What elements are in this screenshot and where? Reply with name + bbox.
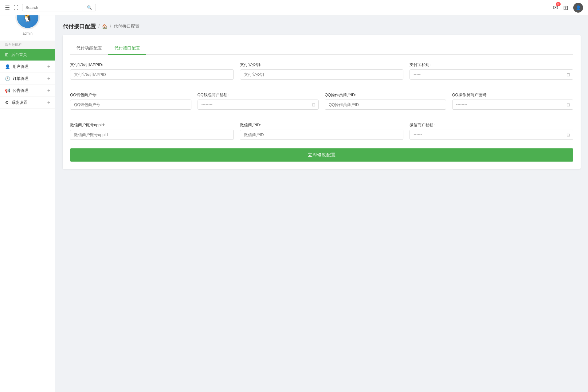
alipay-privkey-label: 支付宝私钥: xyxy=(410,62,573,68)
alipay-pubkey-group: 支付宝公钥: xyxy=(240,62,404,80)
sidebar-item-home-label: 后台首页 xyxy=(11,52,27,57)
wechat-section: 微信商户账号appid: 微信商户ID: 微信商户秘钥: ⊟ xyxy=(70,122,573,140)
sidebar-item-order[interactable]: 🕐 订单管理 + xyxy=(0,73,55,85)
qq-op-merchant-input[interactable] xyxy=(325,100,446,110)
wx-secret-label: 微信商户秘钥: xyxy=(410,122,573,128)
qq-secret-group: QQ钱包商户秘钥: ⊟ xyxy=(198,92,319,110)
settings-icon: ⚙ xyxy=(5,100,9,105)
sidebar-item-settings-left: ⚙ 系统设置 xyxy=(5,100,27,105)
qq-op-password-group: QQ操作员商户密码: ⊟ xyxy=(452,92,574,110)
wx-merchant-id-input[interactable] xyxy=(240,130,404,140)
tab-interface[interactable]: 代付接口配置 xyxy=(108,42,146,55)
topbar-left: ☰ ⛶ 🔍 xyxy=(5,4,96,11)
qq-merchant-wrapper xyxy=(70,100,191,110)
sidebar-item-notice[interactable]: 📢 公告管理 + xyxy=(0,85,55,97)
qq-row: QQ钱包商户号: QQ钱包商户秘钥: ⊟ QQ操作员商户ID: xyxy=(70,92,573,110)
qq-op-password-label: QQ操作员商户密码: xyxy=(452,92,574,98)
alipay-row: 支付宝应用APPID: 支付宝公钥: 支付宝私钥: ⊟ xyxy=(70,62,573,80)
tabs: 代付功能配置 代付接口配置 xyxy=(70,42,573,55)
notification-btn[interactable]: ✉ 0 xyxy=(553,4,558,11)
sidebar-item-settings-label: 系统设置 xyxy=(11,100,27,105)
sidebar-nav: ⊞ 后台首页 👤 用户管理 + 🕐 订单管理 + 📢 公告管理 + xyxy=(0,49,55,109)
avatar-icon: 👤 xyxy=(576,5,581,10)
qq-op-merchant-wrapper xyxy=(325,100,446,110)
qq-merchant-label: QQ钱包商户号: xyxy=(70,92,191,98)
divider-2 xyxy=(70,116,573,116)
alipay-privkey-input[interactable] xyxy=(410,69,573,80)
qq-merchant-input[interactable] xyxy=(70,100,191,110)
breadcrumb-sep2: / xyxy=(110,24,111,29)
sidebar-item-user[interactable]: 👤 用户管理 + xyxy=(0,61,55,73)
sidebar-item-notice-left: 📢 公告管理 xyxy=(5,88,29,93)
alipay-pubkey-label: 支付宝公钥: xyxy=(240,62,404,68)
qq-op-password-input[interactable] xyxy=(452,100,574,110)
topbar: ☰ ⛶ 🔍 ✉ 0 ⊞ 👤 xyxy=(0,0,588,15)
qq-op-merchant-group: QQ操作员商户ID: xyxy=(325,92,446,110)
wx-merchant-id-group: 微信商户ID: xyxy=(240,122,404,140)
settings-plus-icon: + xyxy=(47,100,50,105)
qq-secret-eye-icon[interactable]: ⊟ xyxy=(312,102,316,107)
sidebar-item-order-label: 订单管理 xyxy=(13,76,29,81)
wx-appid-label: 微信商户账号appid: xyxy=(70,122,234,128)
qq-op-password-eye-icon[interactable]: ⊟ xyxy=(566,102,570,107)
submit-button[interactable]: 立即修改配置 xyxy=(70,148,573,162)
page-title: 代付接口配置 xyxy=(63,23,96,30)
sidebar-username: admin xyxy=(22,31,33,36)
alipay-privkey-group: 支付宝私钥: ⊟ xyxy=(410,62,573,80)
sidebar-item-home[interactable]: ⊞ 后台首页 xyxy=(0,49,55,61)
qq-op-password-wrapper: ⊟ xyxy=(452,100,574,110)
sidebar-nav-label: 后台导航栏 xyxy=(0,41,55,49)
wx-merchant-id-label: 微信商户ID: xyxy=(240,122,404,128)
qq-secret-label: QQ钱包商户秘钥: xyxy=(198,92,319,98)
tab-function[interactable]: 代付功能配置 xyxy=(70,42,108,55)
breadcrumb-home-icon[interactable]: 🏠 xyxy=(102,24,107,29)
order-plus-icon: + xyxy=(47,76,50,81)
order-icon: 🕐 xyxy=(5,76,10,81)
wx-secret-eye-icon[interactable]: ⊟ xyxy=(566,132,570,137)
alipay-section: 支付宝应用APPID: 支付宝公钥: 支付宝私钥: ⊟ xyxy=(70,62,573,80)
menu-icon[interactable]: ☰ xyxy=(5,4,10,11)
notice-icon: 📢 xyxy=(5,88,10,93)
wechat-row: 微信商户账号appid: 微信商户ID: 微信商户秘钥: ⊟ xyxy=(70,122,573,140)
sidebar-item-notice-label: 公告管理 xyxy=(13,88,29,93)
sidebar-item-user-label: 用户管理 xyxy=(13,64,29,69)
user-icon: 👤 xyxy=(5,64,10,69)
alipay-pubkey-input[interactable] xyxy=(240,69,404,80)
alipay-appid-input[interactable] xyxy=(70,69,234,80)
expand-icon[interactable]: ⛶ xyxy=(14,5,18,10)
qq-secret-input[interactable] xyxy=(198,100,319,110)
user-plus-icon: + xyxy=(47,64,50,69)
search-input[interactable] xyxy=(25,5,87,10)
home-icon: ⊞ xyxy=(5,52,9,57)
alipay-appid-label: 支付宝应用APPID: xyxy=(70,62,234,68)
alipay-appid-wrapper xyxy=(70,69,234,80)
sidebar-item-user-left: 👤 用户管理 xyxy=(5,64,29,69)
divider-1 xyxy=(70,86,573,86)
alipay-privkey-eye-icon[interactable]: ⊟ xyxy=(566,72,570,77)
wx-secret-group: 微信商户秘钥: ⊟ xyxy=(410,122,573,140)
wx-appid-wrapper xyxy=(70,130,234,140)
wx-appid-input[interactable] xyxy=(70,130,234,140)
alipay-appid-group: 支付宝应用APPID: xyxy=(70,62,234,80)
breadcrumb-current: 代付接口配置 xyxy=(114,24,139,29)
qq-merchant-group: QQ钱包商户号: xyxy=(70,92,191,110)
sidebar-item-settings[interactable]: ⚙ 系统设置 + xyxy=(0,97,55,109)
wx-secret-wrapper: ⊟ xyxy=(410,130,573,140)
grid-icon: ⊞ xyxy=(563,4,568,11)
grid-btn[interactable]: ⊞ xyxy=(563,4,568,11)
wx-secret-input[interactable] xyxy=(410,130,573,140)
search-icon: 🔍 xyxy=(87,5,92,10)
topbar-right: ✉ 0 ⊞ 👤 xyxy=(553,3,583,13)
page-header: 代付接口配置 / 🏠 / 代付接口配置 xyxy=(63,23,581,30)
qq-op-merchant-label: QQ操作员商户ID: xyxy=(325,92,446,98)
qq-section: QQ钱包商户号: QQ钱包商户秘钥: ⊟ QQ操作员商户ID: xyxy=(70,92,573,110)
sidebar-item-order-left: 🕐 订单管理 xyxy=(5,76,29,81)
notice-plus-icon: + xyxy=(47,88,50,93)
qq-secret-wrapper: ⊟ xyxy=(198,100,319,110)
breadcrumb-sep1: / xyxy=(98,24,100,29)
avatar[interactable]: 👤 xyxy=(573,3,583,13)
alipay-privkey-wrapper: ⊟ xyxy=(410,69,573,80)
notification-badge: 0 xyxy=(556,2,561,6)
search-box: 🔍 xyxy=(22,4,96,11)
alipay-pubkey-wrapper xyxy=(240,69,404,80)
